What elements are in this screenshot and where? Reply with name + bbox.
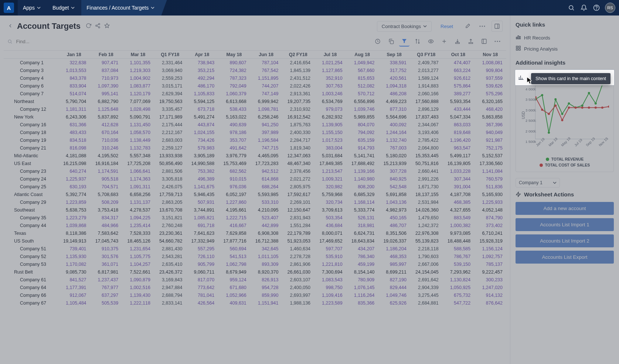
cell[interactable]: 307,763 <box>314 82 346 90</box>
cell[interactable]: 19,750,563 <box>154 97 186 105</box>
cell[interactable]: 1,139,905 <box>314 121 346 128</box>
cell[interactable]: 4,052,148 <box>474 206 506 214</box>
cell[interactable]: 55,139,823 <box>410 237 442 245</box>
cell[interactable]: 6,710,241 <box>474 229 506 237</box>
cell[interactable]: 787,104 <box>250 59 282 67</box>
cell[interactable]: 1,131,137 <box>122 198 154 206</box>
cell[interactable]: 7,583,642 <box>90 229 122 237</box>
cell[interactable]: 389,277 <box>442 90 475 97</box>
action-button[interactable]: Accounts List Import 1 <box>516 218 614 231</box>
cell[interactable]: 921,987 <box>474 136 506 144</box>
cell[interactable]: 2,218,118 <box>410 245 442 253</box>
cell[interactable]: 486,707 <box>378 222 410 229</box>
cell[interactable]: 835,366 <box>346 299 378 307</box>
cell[interactable]: 753,382 <box>186 167 218 175</box>
cell[interactable]: 840,925 <box>378 175 410 183</box>
cell[interactable]: 786,340 <box>346 253 378 260</box>
cell[interactable]: 17,171,989 <box>154 113 186 121</box>
row-label[interactable]: Company 29 <box>4 198 58 206</box>
cell[interactable]: 8,920,370 <box>250 268 282 276</box>
cell[interactable]: 1,094,225 <box>122 214 154 222</box>
cell[interactable]: 863,033 <box>442 121 475 128</box>
cell[interactable]: 5,946,435 <box>186 190 218 198</box>
cell[interactable]: 7,077,069 <box>122 97 154 105</box>
cell[interactable]: 1,914,883 <box>410 82 442 90</box>
cell[interactable]: 373,402 <box>474 222 506 229</box>
cell[interactable]: 1,135,930 <box>58 253 90 260</box>
cell[interactable]: 1,013,553 <box>58 66 90 74</box>
cell[interactable]: 1,003,246 <box>314 90 346 97</box>
cell[interactable]: 1,052,966 <box>218 291 250 299</box>
cell[interactable]: 15,213,939 <box>378 159 410 167</box>
cell[interactable]: 1,141,675 <box>186 183 218 190</box>
cell[interactable]: 1,105,775 <box>122 253 154 260</box>
cell[interactable]: 18,488,448 <box>442 237 475 245</box>
cell[interactable]: 539,150 <box>442 260 475 268</box>
cell[interactable]: 7,641,623 <box>186 229 218 237</box>
cell[interactable]: 474,407 <box>442 59 475 67</box>
cell[interactable]: 3,305,818 <box>154 175 186 183</box>
cell[interactable]: 23,230,361 <box>154 229 186 237</box>
cell[interactable]: 963,547 <box>442 144 475 152</box>
cell[interactable]: 1,125,648 <box>90 105 122 113</box>
cell[interactable]: 1,028,498 <box>122 105 154 113</box>
cell[interactable]: 6,052,197 <box>218 190 250 198</box>
cell[interactable]: 1,671,730 <box>410 183 442 190</box>
row-label[interactable]: Company 24 <box>4 175 58 183</box>
cell[interactable]: 5,047,334 <box>442 113 475 121</box>
cell[interactable]: 597,707 <box>314 245 346 253</box>
cell[interactable]: 317,752 <box>378 66 410 74</box>
cell[interactable]: 914,793 <box>346 144 378 152</box>
row-label[interactable]: Company 16 <box>4 121 58 128</box>
cell[interactable]: 1,138,449 <box>122 136 154 144</box>
cell[interactable]: 767,977 <box>90 284 122 291</box>
cell[interactable]: 542,548 <box>378 183 410 190</box>
cell[interactable]: 691,718 <box>186 222 218 229</box>
cell[interactable]: 1,790,603 <box>410 253 442 260</box>
cell[interactable]: 1,221,810 <box>314 260 346 268</box>
cell[interactable]: 3,976,779 <box>218 152 250 159</box>
cell[interactable]: 819,648 <box>442 128 475 136</box>
cell[interactable]: 1,116,264 <box>346 291 378 299</box>
cell[interactable]: 827,190 <box>378 276 410 284</box>
cell[interactable]: 890,607 <box>218 59 250 67</box>
cell[interactable]: 630,193 <box>58 183 90 190</box>
cell[interactable]: 17,045,743 <box>90 237 122 245</box>
cell[interactable]: 320,734 <box>314 198 346 206</box>
cell[interactable]: 780,909 <box>346 276 378 284</box>
row-label[interactable]: Company 66 <box>4 291 58 299</box>
cell[interactable]: 13,933,938 <box>154 152 186 159</box>
cell[interactable]: 50,856,490 <box>154 159 186 167</box>
col-header[interactable]: Feb 18 <box>90 51 122 59</box>
cell[interactable]: 1,043,136 <box>378 198 410 206</box>
cell[interactable]: 300,233 <box>474 276 506 284</box>
cell[interactable]: 2,431,512 <box>282 74 314 82</box>
maximize-icon[interactable] <box>479 36 489 47</box>
cell[interactable]: 1,225,933 <box>474 198 506 206</box>
cell[interactable]: 5,499,117 <box>442 152 475 159</box>
cell[interactable]: 635,159 <box>346 136 378 144</box>
cell[interactable]: 2,805,975 <box>282 183 314 190</box>
row-label[interactable]: Company 7 <box>4 90 58 97</box>
cell[interactable]: 8,118,386 <box>58 229 90 237</box>
cell[interactable]: 567,660 <box>346 66 378 74</box>
plus-icon[interactable] <box>439 36 449 47</box>
cell[interactable]: 541,513 <box>218 253 250 260</box>
cell[interactable]: 1,460,634 <box>282 245 314 253</box>
cell[interactable]: 5,557,348 <box>122 152 154 159</box>
cell[interactable]: 1,066,641 <box>122 167 154 175</box>
cell[interactable]: 1,227,860 <box>218 198 250 206</box>
cell[interactable]: 1,223,589 <box>314 299 346 307</box>
cell[interactable]: 570,712 <box>346 90 378 97</box>
cell[interactable]: 6,624,731 <box>346 229 378 237</box>
cell[interactable]: 781,041 <box>186 291 218 299</box>
cell[interactable]: 538,433 <box>218 105 250 113</box>
cell[interactable]: 2,331,464 <box>154 59 186 67</box>
cell[interactable]: 511,836 <box>474 183 506 190</box>
cell[interactable]: 3,744,891 <box>186 206 218 214</box>
cell[interactable]: 2,409,787 <box>410 59 442 67</box>
cell[interactable]: 912,067 <box>58 291 90 299</box>
cell[interactable]: 436,684 <box>314 222 346 229</box>
cell[interactable]: 486,208 <box>378 90 410 97</box>
cell[interactable]: 17,332,949 <box>186 237 218 245</box>
